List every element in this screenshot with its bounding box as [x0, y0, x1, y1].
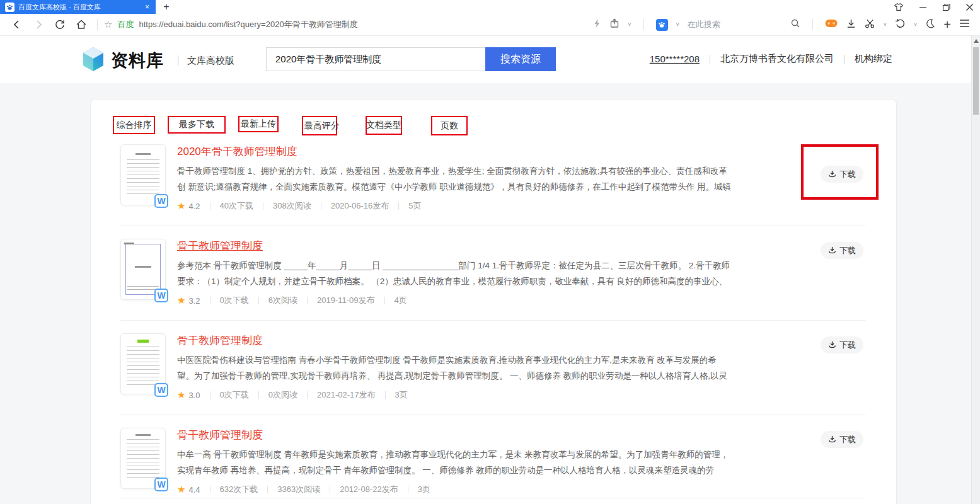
page-count: 3页: [418, 484, 430, 495]
browser-tab-active[interactable]: 百度文库高校版 - 百度文库 ×: [0, 0, 156, 14]
menu-hamburger-icon[interactable]: [959, 19, 970, 30]
add-icon[interactable]: +: [943, 20, 951, 30]
share-dropdown-icon[interactable]: ˅: [628, 21, 631, 28]
address-bar[interactable]: ☆ 百度 https://eduai.baidu.com/list?query=…: [104, 19, 591, 30]
read-count: 0次阅读: [268, 389, 297, 401]
doc-thumbnail[interactable]: W: [120, 333, 166, 394]
result-item: W 2020年骨干教师管理制度 骨干教师管理制度 1、拥护党的方针、政策，热爱祖…: [120, 144, 866, 226]
baidu-paw-favicon-icon: [5, 3, 14, 12]
forward-icon[interactable]: [29, 16, 48, 33]
publish-date: 2020-06-16发布: [331, 200, 389, 212]
result-item: W 骨干教师管理制度 中牟一高 骨干教师管理制度 青年教师是实施素质教育，推动教…: [120, 428, 866, 498]
restore-icon[interactable]: [942, 3, 950, 11]
result-meta: ★ 4.4 632次下载 3363次阅读 2012-08-22发布 3页: [177, 484, 732, 495]
header-divider: [844, 55, 845, 64]
download-button[interactable]: 下载: [821, 242, 863, 259]
page-count: 4页: [395, 295, 407, 306]
result-meta: ★ 4.2 40次下载 308次阅读 2020-06-16发布 5页: [177, 200, 732, 212]
ziliaoku-logo-icon[interactable]: [82, 47, 105, 74]
doc-thumbnail[interactable]: W: [120, 239, 166, 300]
flash-icon[interactable]: [593, 18, 601, 31]
page-content: 资料库 文库高校版 搜索资源 150*****208 北京万博书香文化有限公司 …: [0, 36, 971, 504]
search-input[interactable]: [266, 47, 485, 71]
header-divider: [710, 55, 710, 64]
download-icon: [828, 246, 836, 255]
filter-highest-rated[interactable]: 最高评分: [302, 116, 337, 135]
share-icon[interactable]: [609, 18, 620, 31]
organization-name: 北京万博书香文化有限公司: [720, 53, 834, 65]
result-title-link[interactable]: 骨干教师管理制度: [177, 334, 263, 348]
new-tab-button[interactable]: +: [156, 0, 177, 14]
download-icon: [828, 170, 836, 178]
reload-icon[interactable]: [50, 16, 69, 33]
result-title-link[interactable]: 骨干教师管理制度: [177, 239, 263, 253]
read-count: 3363次阅读: [277, 484, 320, 495]
filter-doc-type[interactable]: 文档类型: [366, 116, 402, 135]
word-doc-badge: W: [154, 194, 168, 208]
publish-date: 2021-02-17发布: [317, 389, 376, 401]
close-window-icon[interactable]: [966, 3, 974, 11]
download-button[interactable]: 下载: [821, 431, 863, 448]
site-badge[interactable]: 百度: [117, 19, 134, 30]
scroll-up-arrow-icon[interactable]: [974, 39, 979, 43]
bookmark-star-icon[interactable]: ☆: [104, 19, 112, 30]
result-title-link[interactable]: 骨干教师管理制度: [177, 428, 263, 442]
night-mode-moon-icon[interactable]: [925, 18, 935, 31]
toolbar-divider: [643, 19, 644, 30]
word-doc-badge: W: [154, 289, 168, 302]
toolbar-divider: [97, 19, 98, 30]
minimize-icon[interactable]: [919, 3, 927, 11]
filter-bar: 综合排序 最多下载 最新上传 最高评分 文档类型 页数: [91, 100, 896, 135]
url-text[interactable]: https://eduai.baidu.com/list?query=2020年…: [139, 19, 357, 30]
search-magnifier-icon[interactable]: [790, 18, 800, 31]
undo-dropdown-icon[interactable]: ˅: [914, 21, 917, 28]
inpage-search-field[interactable]: 在此搜索: [688, 19, 782, 30]
word-doc-badge: W: [154, 478, 168, 491]
games-gamepad-icon[interactable]: [825, 19, 838, 30]
page-count: 3页: [395, 389, 408, 401]
tab-close-icon[interactable]: ×: [144, 3, 151, 11]
downloads-icon[interactable]: [846, 18, 856, 32]
download-button[interactable]: 下载: [821, 336, 863, 353]
doc-thumbnail[interactable]: W: [120, 144, 166, 205]
undo-icon[interactable]: [895, 18, 906, 32]
rating-value: 3.0: [188, 391, 200, 400]
search-resources-button[interactable]: 搜索资源: [485, 47, 556, 71]
result-meta: ★ 3.2 0次下载 6次阅读 2019-11-09发布 4页: [177, 295, 732, 306]
tab-title: 百度文库高校版 - 百度文库: [18, 3, 140, 12]
filter-most-downloaded[interactable]: 最多下载: [168, 116, 226, 134]
theme-shirt-icon[interactable]: [894, 3, 904, 12]
account-phone-link[interactable]: 150*****208: [650, 54, 700, 64]
result-item: W 骨干教师管理制度 中医医院骨伤科建设与管理指南 青春小学骨干教师管理制度 骨…: [120, 333, 866, 415]
filter-sort-comprehensive[interactable]: 综合排序: [113, 116, 155, 134]
read-count: 6次阅读: [268, 295, 297, 306]
results-card: 综合排序 最多下载 最新上传 最高评分 文档类型 页数 W 2020年骨干教师管…: [90, 99, 897, 504]
result-snippet: 参考范本 骨干教师管理制度 _____年_____月_____日 _______…: [177, 258, 732, 289]
filter-newest-uploaded[interactable]: 最新上传: [238, 116, 279, 132]
download-button[interactable]: 下载: [821, 166, 863, 183]
site-header: 资料库 文库高校版 搜索资源 150*****208 北京万博书香文化有限公司 …: [0, 36, 971, 83]
download-count: 40次下载: [220, 200, 253, 212]
download-icon: [828, 435, 836, 444]
scrollbar-thumb[interactable]: [973, 47, 979, 115]
paw-dropdown-icon[interactable]: ˅: [676, 21, 679, 28]
filter-page-count[interactable]: 页数: [431, 116, 468, 135]
site-logo-text[interactable]: 资料库: [111, 49, 164, 72]
result-meta: ★ 3.0 0次下载 0次阅读 2021-02-17发布 3页: [177, 389, 732, 401]
doc-thumbnail[interactable]: W: [120, 428, 166, 489]
screenshot-scissors-icon[interactable]: [865, 19, 875, 31]
home-icon[interactable]: [72, 16, 91, 33]
result-snippet: 中牟一高 骨干教师管理制度 青年教师是实施素质教育，推动教育事业现代化的主力军，…: [177, 447, 732, 478]
back-icon[interactable]: [8, 16, 26, 33]
star-icon: ★: [177, 200, 185, 212]
vertical-scrollbar[interactable]: [971, 36, 980, 504]
baidu-search-paw-icon[interactable]: [656, 19, 668, 31]
publish-date: 2012-08-22发布: [340, 484, 398, 495]
rating-value: 3.2: [188, 296, 200, 306]
browser-titlebar: 百度文库高校版 - 百度文库 × +: [0, 0, 980, 14]
result-snippet: 中医医院骨伤科建设与管理指南 青春小学骨干教师管理制度 骨干教师是实施素质教育,…: [177, 352, 732, 384]
org-bind-link[interactable]: 机构绑定: [855, 53, 892, 65]
scissors-dropdown-icon[interactable]: ˅: [884, 21, 887, 28]
result-snippet: 骨干教师管理制度 1、拥护党的方针、政策，热爱祖国，热爱教育事业，热爱学生; 全…: [177, 163, 732, 195]
result-title-link[interactable]: 2020年骨干教师管理制度: [177, 145, 297, 159]
